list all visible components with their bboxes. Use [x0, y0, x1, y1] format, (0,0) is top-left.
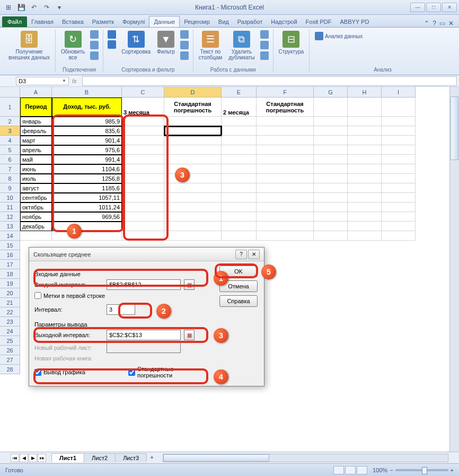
row-header-25[interactable]: 25	[0, 336, 20, 346]
cell[interactable]	[222, 164, 257, 174]
cell[interactable]	[257, 222, 314, 231]
text-to-columns-button[interactable]: ☰ Текст по столбцам	[197, 30, 225, 61]
cell-b9[interactable]: 1185,6	[52, 183, 122, 193]
cell[interactable]	[348, 98, 382, 117]
cell[interactable]	[164, 222, 222, 231]
cell-a4[interactable]: март	[20, 136, 52, 145]
cell[interactable]	[348, 164, 382, 174]
dialog-help-icon[interactable]: ?	[235, 250, 247, 259]
cell[interactable]	[222, 136, 257, 145]
col-header-d[interactable]: D	[164, 87, 222, 98]
cell[interactable]	[122, 222, 164, 231]
cell[interactable]	[164, 174, 222, 183]
cell[interactable]	[164, 164, 222, 174]
labels-first-row-checkbox[interactable]	[34, 292, 41, 299]
cell[interactable]	[257, 126, 314, 136]
cell[interactable]	[222, 222, 257, 231]
cell-b3[interactable]: 835,6	[52, 126, 122, 136]
cell[interactable]	[164, 145, 222, 155]
tab-addins[interactable]: Надстрой	[267, 16, 301, 27]
cell[interactable]	[122, 117, 164, 126]
cell[interactable]	[382, 164, 416, 174]
row-header-21[interactable]: 21	[0, 298, 20, 307]
cell[interactable]	[314, 164, 348, 174]
cell-f1[interactable]: Стандартная погрешность	[257, 98, 314, 117]
cell[interactable]	[222, 193, 257, 202]
col-header-f[interactable]: F	[257, 87, 314, 98]
sheet-nav-prev-icon[interactable]: ◀	[20, 454, 28, 462]
connections-button[interactable]	[89, 30, 100, 39]
cell-e1[interactable]: 2 месяца	[222, 98, 257, 117]
cell-b7[interactable]: 1104,6	[52, 164, 122, 174]
chart-output-checkbox[interactable]	[34, 369, 41, 376]
tab-insert[interactable]: Вставка	[58, 16, 88, 27]
tab-home[interactable]: Главная	[27, 16, 58, 27]
cell[interactable]	[122, 193, 164, 202]
window-close-icon[interactable]: ✕	[448, 20, 454, 27]
cell[interactable]	[348, 202, 382, 212]
sheet-nav-first-icon[interactable]: ⏮	[11, 454, 19, 462]
cell[interactable]	[122, 212, 164, 222]
dialog-close-icon[interactable]: ✕	[248, 250, 260, 259]
row-header-5[interactable]: 5	[0, 145, 20, 155]
cancel-button[interactable]: Отмена	[219, 280, 258, 292]
cell-a12[interactable]: ноябрь	[20, 212, 52, 222]
cell[interactable]	[52, 231, 122, 241]
cell[interactable]	[314, 145, 348, 155]
clear-filter-button[interactable]	[179, 30, 190, 39]
row-header-26[interactable]: 26	[0, 346, 20, 355]
qat-more-icon[interactable]: ▾	[54, 2, 65, 13]
cell[interactable]	[222, 145, 257, 155]
row-header-6[interactable]: 6	[0, 155, 20, 164]
cell[interactable]	[348, 155, 382, 164]
cell[interactable]	[314, 126, 348, 136]
cell[interactable]	[348, 222, 382, 231]
cell[interactable]	[314, 202, 348, 212]
cell[interactable]	[257, 164, 314, 174]
row-header-1[interactable]: 1	[0, 98, 20, 117]
cell[interactable]	[222, 155, 257, 164]
cell[interactable]	[382, 117, 416, 126]
save-icon[interactable]: 💾	[16, 2, 27, 13]
cell[interactable]	[222, 202, 257, 212]
cell[interactable]	[122, 183, 164, 193]
cell[interactable]	[122, 202, 164, 212]
cell[interactable]	[122, 164, 164, 174]
row-header-8[interactable]: 8	[0, 174, 20, 183]
cell[interactable]	[164, 231, 222, 241]
cell-c1[interactable]: 3 месяца	[122, 98, 164, 117]
cell[interactable]	[122, 136, 164, 145]
cell-b8[interactable]: 1256,8	[52, 174, 122, 183]
cell[interactable]	[20, 231, 52, 241]
sheet-nav-last-icon[interactable]: ⏭	[38, 454, 46, 462]
file-tab[interactable]: Файл	[2, 16, 27, 27]
cell[interactable]	[314, 193, 348, 202]
view-normal-icon[interactable]	[333, 466, 344, 474]
sheet-tab-3[interactable]: Лист3	[115, 453, 147, 462]
cell[interactable]	[314, 174, 348, 183]
cell[interactable]	[314, 222, 348, 231]
cell[interactable]	[222, 174, 257, 183]
reapply-button[interactable]	[179, 40, 190, 50]
row-header-15[interactable]: 15	[0, 241, 20, 250]
cell[interactable]	[382, 126, 416, 136]
cell-a11[interactable]: октябрь	[20, 202, 52, 212]
cell[interactable]	[382, 98, 416, 117]
cell[interactable]	[348, 117, 382, 126]
cell[interactable]	[164, 155, 222, 164]
maximize-button[interactable]: □	[426, 3, 441, 12]
tab-data[interactable]: Данные	[149, 16, 180, 27]
cell-a13[interactable]: декабрь	[20, 222, 52, 231]
row-header-18[interactable]: 18	[0, 269, 20, 279]
row-header-11[interactable]: 11	[0, 202, 20, 212]
cell[interactable]	[314, 136, 348, 145]
cell-d3-active[interactable]	[164, 126, 222, 136]
cell[interactable]	[164, 193, 222, 202]
row-header-28[interactable]: 28	[0, 365, 20, 374]
cell[interactable]	[348, 212, 382, 222]
col-header-e[interactable]: E	[222, 87, 257, 98]
col-header-g[interactable]: G	[314, 87, 348, 98]
cell[interactable]	[382, 202, 416, 212]
cell-b6[interactable]: 991,4	[52, 155, 122, 164]
cell[interactable]	[314, 155, 348, 164]
